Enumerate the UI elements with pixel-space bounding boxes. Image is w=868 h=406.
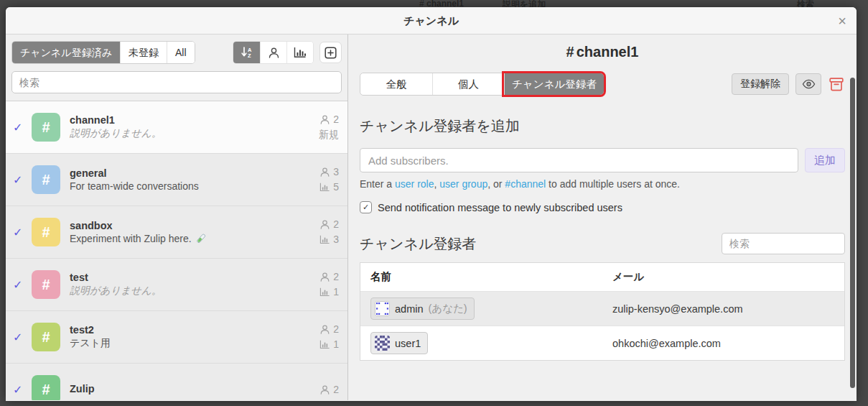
create-channel-plus-icon[interactable] <box>319 42 342 63</box>
traffic-count: 1 <box>333 285 339 300</box>
channel-color-hash-icon: # <box>32 113 60 142</box>
avatar-identicon <box>375 336 390 351</box>
subscribers-heading: チャンネル登録者 <box>360 234 476 254</box>
channel-row-sandbox[interactable]: ✓ # sandbox Experiment with Zulip here. … <box>6 206 347 259</box>
channel-row-general[interactable]: ✓ # general For team-wide conversations … <box>6 154 347 206</box>
subscribed-check-icon: ✓ <box>13 121 32 134</box>
channel-detail-title: #channel1 <box>360 44 845 60</box>
subscribed-check-icon: ✓ <box>13 226 32 239</box>
user-chip-user1[interactable]: user1 <box>370 332 428 354</box>
channel-color-hash-icon: # <box>32 323 60 351</box>
channel-row-zulip[interactable]: ✓ # Zulip 2 <box>6 364 347 400</box>
subscriber-name: user1 <box>395 338 421 349</box>
you-label: (あなた) <box>429 302 467 315</box>
avatar-broken-image <box>375 301 390 316</box>
sort-subscribers-user-icon[interactable] <box>260 42 286 63</box>
subscribed-check-icon: ✓ <box>13 331 32 344</box>
channel-description: テスト用 <box>70 337 319 350</box>
channel-row-test2[interactable]: ✓ # test2 テスト用 2 1 <box>6 311 347 364</box>
channel-detail-panel: #channel1 全般 個人 チャンネル登録者 登録解除 チャ <box>348 34 857 400</box>
tab-general[interactable]: 全般 <box>360 73 432 95</box>
sort-icon-group: AZ <box>233 41 314 64</box>
new-badge: 新規 <box>319 127 339 142</box>
add-subscribers-input[interactable] <box>360 148 798 172</box>
subscriber-search-input[interactable] <box>722 233 845 254</box>
subscriber-count: 2 <box>333 112 339 127</box>
channel-list: ✓ # channel1 説明がありません。 2 新規 ✓ # gene <box>6 101 347 400</box>
traffic-count: 3 <box>333 232 339 247</box>
send-notification-checkbox-row[interactable]: ✓ Send notification message to newly sub… <box>360 201 845 213</box>
channel-name: Zulip <box>70 383 319 395</box>
channel-name: sandbox <box>70 220 319 231</box>
add-subscribers-heading: チャンネル登録者を追加 <box>360 116 845 136</box>
user-icon <box>319 384 330 395</box>
subscriber-count: 2 <box>333 322 339 337</box>
user-role-link[interactable]: user role <box>395 178 434 190</box>
channel-row-test[interactable]: ✓ # test 説明がありません。 2 1 <box>6 259 347 311</box>
filter-subscribed[interactable]: チャンネル登録済み <box>12 42 120 63</box>
traffic-count: 1 <box>333 337 339 352</box>
channel-search-input[interactable] <box>11 71 342 93</box>
tab-subscribers[interactable]: チャンネル登録者 <box>504 73 604 95</box>
tab-personal[interactable]: 個人 <box>432 73 504 95</box>
channel-list-panel: チャンネル登録済み 未登録 All AZ <box>6 34 348 400</box>
sort-az-icon[interactable]: AZ <box>233 42 260 63</box>
checkbox-label: Send notification message to newly subsc… <box>378 202 622 213</box>
detail-tab-group: 全般 個人 チャンネル登録者 <box>360 73 605 96</box>
user-icon <box>319 272 330 282</box>
modal-header: チャンネル × <box>6 7 857 34</box>
channel-color-hash-icon: # <box>32 165 60 194</box>
email-column-header: メール <box>602 263 844 291</box>
channel-color-hash-icon: # <box>32 270 60 299</box>
subscriber-count: 2 <box>333 217 339 232</box>
subscriber-email: ohkochi@example.com <box>602 332 844 355</box>
sort-traffic-chart-icon[interactable] <box>286 42 313 63</box>
bar-chart-icon <box>319 235 330 244</box>
channel-name: channel1 <box>70 114 319 126</box>
close-icon[interactable]: × <box>838 7 846 34</box>
unsubscribe-button[interactable]: 登録解除 <box>732 73 789 95</box>
channel-color-hash-icon: # <box>32 375 60 400</box>
subscriber-count: 3 <box>333 165 339 180</box>
bar-chart-icon <box>319 340 330 349</box>
channel-link[interactable]: #channel <box>505 178 546 190</box>
channel-color-hash-icon: # <box>32 218 60 246</box>
user-chip-admin[interactable]: admin (あなた) <box>370 297 475 320</box>
hash-icon: # <box>566 44 574 60</box>
subscribed-check-icon: ✓ <box>13 173 32 187</box>
svg-text:Z: Z <box>248 52 251 59</box>
subscriber-count: 2 <box>333 382 339 397</box>
subscribers-table: 名前 メール admin (あなた) zulip-kensyo@example.… <box>360 262 845 361</box>
archive-icon[interactable] <box>828 78 845 91</box>
scrollbar-thumb[interactable] <box>850 78 855 388</box>
user-group-link[interactable]: user group <box>439 178 487 190</box>
channel-description: Experiment with Zulip here. <box>70 233 319 244</box>
bar-chart-icon <box>319 183 330 192</box>
subscribed-check-icon: ✓ <box>13 383 32 397</box>
channel-description: For team-wide conversations <box>70 180 319 192</box>
channels-modal: チャンネル × チャンネル登録済み 未登録 All AZ <box>6 7 857 401</box>
table-row: admin (あなた) zulip-kensyo@example.com <box>360 292 844 326</box>
channel-name: general <box>70 167 319 179</box>
user-icon <box>319 219 330 230</box>
modal-title: チャンネル <box>6 7 857 34</box>
user-icon <box>319 167 330 177</box>
channel-row-channel1[interactable]: ✓ # channel1 説明がありません。 2 新規 <box>6 101 347 154</box>
table-header-row: 名前 メール <box>360 263 844 292</box>
bar-chart-icon <box>319 287 330 297</box>
filter-tab-group: チャンネル登録済み 未登録 All <box>11 41 195 64</box>
traffic-count: 5 <box>333 180 339 195</box>
subscriber-email: zulip-kensyo@example.com <box>602 297 844 320</box>
add-button[interactable]: 追加 <box>805 148 845 172</box>
subscriber-count: 2 <box>333 269 339 285</box>
subscriber-name: admin <box>395 303 424 315</box>
channel-description: 説明がありません。 <box>70 285 319 297</box>
channel-description: 説明がありません。 <box>70 127 319 140</box>
channel-name: test <box>70 272 319 283</box>
filter-unsubscribed[interactable]: 未登録 <box>120 42 167 63</box>
filter-all[interactable]: All <box>167 42 195 63</box>
test-tube-emoji <box>195 233 207 244</box>
eye-icon[interactable] <box>795 73 821 95</box>
add-subscribers-hint: Enter a user role, user group, or #chann… <box>360 178 845 190</box>
checkbox-checked-icon[interactable]: ✓ <box>360 201 372 213</box>
